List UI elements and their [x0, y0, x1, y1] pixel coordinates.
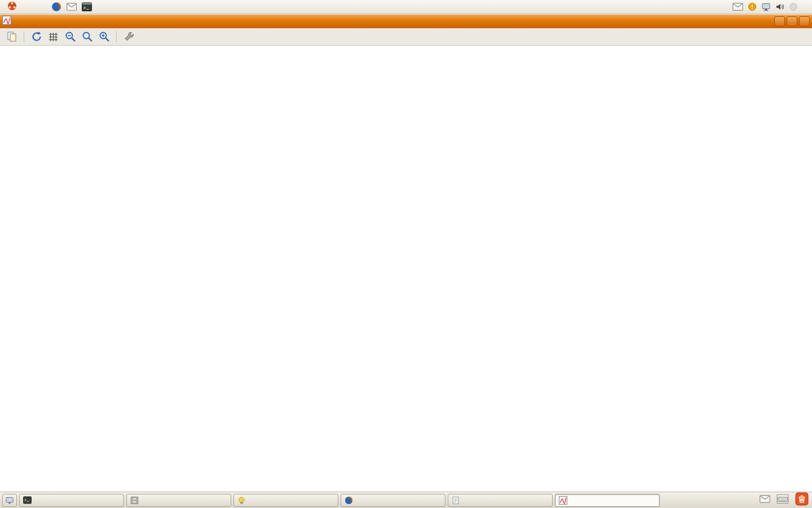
copy-icon	[6, 31, 17, 42]
help-button[interactable]	[138, 29, 153, 44]
minimize-button[interactable]	[774, 16, 785, 27]
text-editor-icon	[452, 496, 460, 505]
terminal-launcher-icon[interactable]	[82, 2, 92, 11]
taskbar-tray	[753, 492, 810, 508]
plot-echo-signals[interactable]	[0, 130, 812, 305]
menu-applications[interactable]	[3, 0, 24, 14]
plot-sample-waveform[interactable]	[0, 46, 812, 130]
zoom-out-button[interactable]	[63, 29, 78, 44]
tray-keyboard-icon[interactable]	[776, 494, 789, 506]
wrench-icon	[123, 31, 135, 42]
gnuplot-icon	[559, 496, 567, 505]
toggle-grid-button[interactable]	[46, 29, 61, 44]
show-desktop-icon	[5, 496, 14, 505]
zoom-icon	[82, 31, 93, 42]
gnuplot-window	[0, 15, 812, 492]
top-panel	[0, 0, 812, 14]
grid-icon	[48, 32, 59, 42]
task-button-terminal[interactable]	[19, 494, 124, 507]
gajim-icon	[237, 496, 246, 505]
gnuplot-window-icon	[2, 16, 11, 27]
gnuplot-toolbar	[0, 28, 812, 46]
titlebar[interactable]	[0, 15, 812, 28]
volume-icon[interactable]	[775, 2, 784, 11]
plot-correlation[interactable]	[0, 305, 812, 480]
zoom-out-icon	[65, 31, 76, 42]
maximize-button[interactable]	[787, 16, 797, 27]
trash-icon[interactable]	[795, 492, 809, 508]
close-button[interactable]	[799, 16, 810, 27]
tray-mail-icon[interactable]	[732, 3, 743, 11]
terminal-icon	[23, 496, 32, 504]
panel-indicators	[732, 2, 809, 11]
update-notifier-icon[interactable]	[748, 2, 757, 11]
zoom-in-button[interactable]	[96, 29, 112, 44]
task-button-text-editor[interactable]	[448, 494, 553, 507]
task-button-gajim[interactable]	[233, 494, 338, 507]
firefox-icon	[345, 496, 353, 505]
replot-button[interactable]	[29, 29, 44, 44]
copy-to-clipboard-button[interactable]	[4, 29, 19, 44]
task-button-file-manager[interactable]	[126, 494, 231, 507]
zoom-in-icon	[99, 31, 110, 42]
configure-button[interactable]	[121, 29, 136, 44]
toolbar-separator	[116, 31, 117, 42]
menu-places[interactable]	[24, 6, 33, 8]
taskbar	[0, 492, 812, 508]
tray-mail-icon[interactable]	[760, 495, 770, 505]
ubuntu-logo-icon	[7, 1, 17, 12]
display-icon[interactable]	[761, 2, 771, 11]
task-button-gnuplot[interactable]	[555, 494, 660, 507]
zoom-button[interactable]	[80, 29, 95, 44]
mail-launcher-icon[interactable]	[67, 3, 77, 11]
panel-launchers	[51, 2, 92, 12]
firefox-launcher-icon[interactable]	[51, 2, 61, 12]
plot-area	[0, 46, 812, 492]
window-controls	[774, 16, 810, 27]
weather-icon[interactable]	[789, 2, 798, 11]
show-desktop-button[interactable]	[2, 494, 17, 507]
replot-icon	[31, 31, 42, 42]
file-manager-icon	[130, 496, 139, 505]
task-button-firefox[interactable]	[341, 494, 445, 507]
toolbar-separator	[24, 31, 24, 42]
menu-system[interactable]	[33, 6, 42, 8]
